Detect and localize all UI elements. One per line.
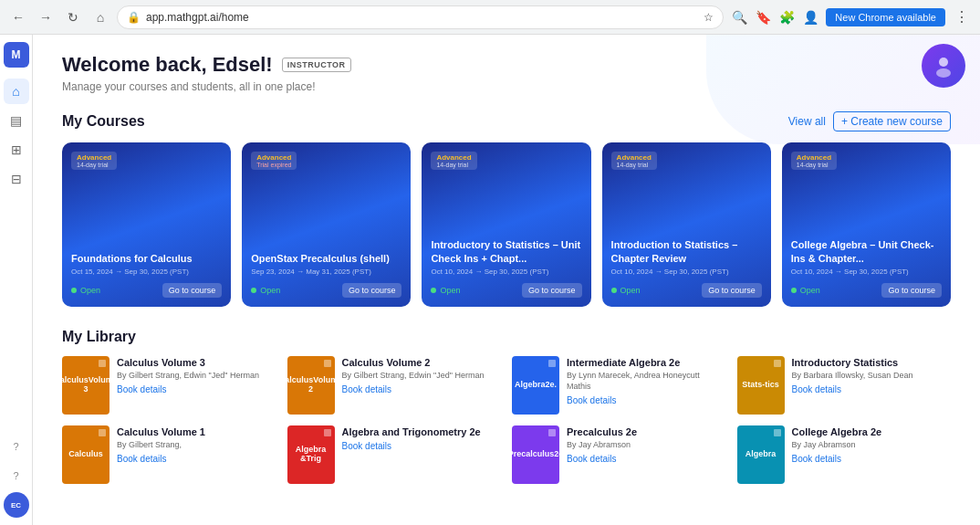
course-dates-2: Oct 10, 2024 → Sep 30, 2025 (PST) (431, 268, 581, 276)
book-title-2: Intermediate Algebra 2e (567, 356, 726, 369)
search-icon[interactable]: 🔍 (729, 7, 749, 27)
book-item-0[interactable]: CalculusVolume 3 Calculus Volume 3 By Gi… (62, 356, 276, 415)
book-details-link-6[interactable]: Book details (567, 454, 726, 464)
view-all-button[interactable]: View all (788, 115, 826, 128)
sidebar-item-help[interactable]: ? (4, 463, 29, 488)
book-details-link-5[interactable]: Book details (342, 441, 502, 451)
book-cover-0: CalculusVolume 3 (62, 356, 109, 415)
book-cover-4: Calculus (62, 425, 109, 484)
star-icon: ☆ (704, 11, 714, 24)
book-title-4: Calculus Volume 1 (117, 425, 276, 438)
sidebar-item-library[interactable]: ⊞ (4, 137, 29, 163)
sidebar: M ⌂ ▤ ⊞ ⊟ ? ? EC (0, 35, 33, 525)
book-title-1: Calculus Volume 2 (342, 356, 502, 369)
course-footer-4: Open Go to course (791, 283, 942, 298)
course-card-1[interactable]: Advanced Trial expired OpenStax Precalcu… (242, 142, 411, 307)
nav-forward[interactable]: → (35, 6, 57, 28)
courses-actions: View all + Create new course (788, 111, 951, 131)
courses-section-title: My Courses (62, 113, 145, 130)
book-info-0: Calculus Volume 3 By Gilbert Strang, Edw… (117, 356, 276, 394)
course-badge-0: Advanced 14-day trial (71, 152, 117, 170)
nav-home[interactable]: ⌂ (89, 6, 111, 28)
book-details-link-4[interactable]: Book details (117, 454, 276, 464)
course-footer-3: Open Go to course (611, 283, 762, 298)
book-info-3: Introductory Statistics By Barbara Illow… (792, 356, 952, 394)
app-logo[interactable]: M (4, 42, 29, 68)
extension-icon[interactable]: 🧩 (777, 7, 797, 27)
nav-refresh[interactable]: ↻ (62, 6, 84, 28)
book-details-link-0[interactable]: Book details (117, 384, 276, 394)
browser-toolbar: 🔍 🔖 🧩 👤 (729, 7, 820, 27)
chrome-update-button[interactable]: New Chrome available (826, 8, 945, 26)
course-title-2: Introductory to Statistics – Unit Check … (431, 238, 581, 265)
book-details-link-7[interactable]: Book details (792, 454, 952, 464)
course-card-2[interactable]: Advanced 14-day trial Introductory to St… (422, 142, 590, 307)
book-author-6: By Jay Abramson (567, 440, 726, 451)
course-dates-3: Oct 10, 2024 → Sep 30, 2025 (PST) (611, 268, 762, 276)
main-content: Welcome back, Edsel! INSTRUCTOR Manage y… (33, 35, 980, 525)
course-footer-1: Open Go to course (251, 283, 401, 298)
course-status-2: Open (431, 286, 460, 295)
book-author-4: By Gilbert Strang, (117, 440, 276, 451)
course-title-3: Introduction to Statistics – Chapter Rev… (611, 238, 762, 265)
sidebar-item-courses[interactable]: ▤ (4, 108, 29, 133)
book-info-7: College Algebra 2e By Jay Abramson Book … (792, 425, 952, 464)
go-to-course-button-4[interactable]: Go to course (881, 283, 942, 298)
course-card-3[interactable]: Advanced 14-day trial Introduction to St… (602, 142, 771, 307)
book-item-5[interactable]: Algebra &Trig Algebra and Trigonometry 2… (287, 425, 502, 484)
course-dates-1: Sep 23, 2024 → May 31, 2025 (PST) (251, 268, 401, 276)
book-info-5: Algebra and Trigonometry 2e Book details (342, 425, 502, 451)
go-to-course-button-1[interactable]: Go to course (342, 283, 402, 298)
instructor-badge: INSTRUCTOR (282, 58, 351, 72)
book-author-1: By Gilbert Strang, Edwin "Jed" Herman (342, 371, 502, 382)
go-to-course-button-0[interactable]: Go to course (162, 283, 223, 298)
book-item-3[interactable]: Stats-tics Introductory Statistics By Ba… (737, 356, 952, 415)
app-container: M ⌂ ▤ ⊞ ⊟ ? ? EC Welcome back, Edsel! IN… (0, 35, 980, 525)
course-dates-0: Oct 15, 2024 → Sep 30, 2025 (PST) (71, 268, 222, 276)
book-details-link-3[interactable]: Book details (792, 384, 952, 394)
course-status-0: Open (71, 286, 100, 295)
go-to-course-button-3[interactable]: Go to course (702, 283, 762, 298)
book-info-6: Precalculus 2e By Jay Abramson Book deta… (567, 425, 726, 464)
sidebar-item-settings[interactable]: ? (4, 434, 29, 459)
course-card-0[interactable]: Advanced 14-day trial Foundations for Ca… (62, 142, 231, 307)
course-status-4: Open (791, 286, 820, 295)
book-item-2[interactable]: Algebra2e. Intermediate Algebra 2e By Ly… (512, 356, 726, 415)
book-cover-2: Algebra2e. (512, 356, 559, 415)
book-author-0: By Gilbert Strang, Edwin "Jed" Herman (117, 371, 276, 382)
address-bar[interactable]: 🔒 app.mathgpt.ai/home ☆ (117, 5, 724, 29)
bookmark-icon[interactable]: 🔖 (753, 7, 773, 27)
book-details-link-1[interactable]: Book details (342, 384, 502, 394)
browser-menu-icon[interactable]: ⋮ (951, 6, 973, 27)
book-title-0: Calculus Volume 3 (117, 356, 276, 369)
book-item-1[interactable]: CalculusVolume 2 Calculus Volume 2 By Gi… (287, 356, 502, 415)
url-text: app.mathgpt.ai/home (146, 11, 698, 24)
book-item-4[interactable]: Calculus Calculus Volume 1 By Gilbert St… (62, 425, 276, 484)
course-title-0: Foundations for Calculus (71, 252, 222, 265)
book-info-4: Calculus Volume 1 By Gilbert Strang, Boo… (117, 425, 276, 464)
sidebar-item-home[interactable]: ⌂ (4, 79, 29, 104)
book-info-1: Calculus Volume 2 By Gilbert Strang, Edw… (342, 356, 502, 394)
book-item-6[interactable]: Precalculus2e Precalculus 2e By Jay Abra… (512, 425, 726, 484)
nav-back[interactable]: ← (7, 6, 29, 28)
course-dates-4: Oct 10, 2024 → Sep 30, 2025 (PST) (791, 268, 942, 276)
book-cover-6: Precalculus2e (512, 425, 559, 484)
go-to-course-button-2[interactable]: Go to course (522, 283, 582, 298)
course-status-3: Open (611, 286, 641, 295)
book-author-3: By Barbara Illowsky, Susan Dean (792, 371, 952, 382)
book-details-link-2[interactable]: Book details (567, 395, 726, 405)
sidebar-item-books[interactable]: ⊟ (4, 166, 29, 192)
content-area: Welcome back, Edsel! INSTRUCTOR Manage y… (33, 35, 980, 520)
welcome-subtitle: Manage your courses and students, all in… (62, 80, 951, 93)
course-card-4[interactable]: Advanced 14-day trial College Algebra – … (782, 142, 951, 307)
sidebar-item-user[interactable]: EC (4, 492, 29, 518)
book-item-7[interactable]: Algebra College Algebra 2e By Jay Abrams… (737, 425, 952, 484)
course-title-4: College Algebra – Unit Check-Ins & Chapt… (791, 238, 942, 265)
welcome-text: Welcome back, Edsel! (62, 53, 273, 77)
book-author-7: By Jay Abramson (792, 440, 952, 451)
create-course-button[interactable]: + Create new course (833, 111, 951, 131)
course-badge-3: Advanced 14-day trial (611, 152, 657, 170)
profile-icon[interactable]: 👤 (800, 7, 820, 27)
course-badge-2: Advanced 14-day trial (431, 152, 476, 170)
course-badge-4: Advanced 14-day trial (791, 152, 837, 170)
